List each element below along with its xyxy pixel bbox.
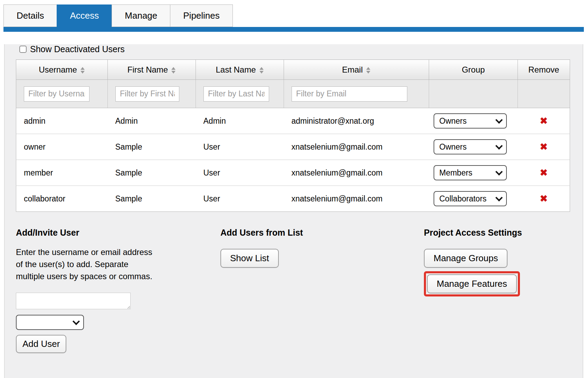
cell-email: xnatselenium@gmail.com <box>284 160 429 186</box>
cell-last-name: User <box>196 160 284 186</box>
table-row: member Sample User xnatselenium@gmail.co… <box>16 160 570 186</box>
table-row: admin Admin Admin administrator@xnat.org… <box>16 108 570 134</box>
cell-first-name: Admin <box>108 108 196 134</box>
group-select[interactable]: Owners <box>434 139 507 154</box>
sort-icon <box>259 67 264 74</box>
add-users-from-list-section: Add Users from List Show List <box>220 228 424 353</box>
cell-last-name: User <box>196 134 284 160</box>
cell-username: member <box>16 160 108 186</box>
active-tab-accent-bar <box>3 27 584 32</box>
column-label: Email <box>342 65 363 74</box>
table-filter-row <box>16 80 570 108</box>
remove-user-icon[interactable]: ✖ <box>540 168 548 178</box>
table-row: owner Sample User xnatselenium@gmail.com… <box>16 134 570 160</box>
column-header-email[interactable]: Email <box>284 60 429 80</box>
tab-access[interactable]: Access <box>57 4 112 27</box>
cell-last-name: Admin <box>196 108 284 134</box>
filter-username-input[interactable] <box>24 86 89 102</box>
show-deactivated-label[interactable]: Show Deactivated Users <box>30 44 125 54</box>
column-label: Last Name <box>216 65 256 74</box>
cell-last-name: User <box>196 186 284 212</box>
column-header-username[interactable]: Username <box>16 60 108 80</box>
group-select[interactable]: Collaborators <box>434 191 507 206</box>
add-invite-user-description: Enter the username or email address of t… <box>16 246 154 282</box>
column-label: Remove <box>528 65 559 74</box>
cell-email: administrator@xnat.org <box>284 108 429 134</box>
invite-group-select[interactable] <box>16 315 84 330</box>
add-invite-user-title: Add/Invite User <box>16 228 220 238</box>
sort-icon <box>366 67 371 74</box>
column-header-first-name[interactable]: First Name <box>108 60 196 80</box>
group-select[interactable]: Members <box>434 165 507 180</box>
manage-features-button[interactable]: Manage Features <box>427 274 517 293</box>
cell-first-name: Sample <box>108 186 196 212</box>
tab-pipelines[interactable]: Pipelines <box>170 4 233 27</box>
column-label: First Name <box>127 65 168 74</box>
column-label: Group <box>462 65 485 74</box>
table-row: collaborator Sample User xnatselenium@gm… <box>16 186 570 212</box>
group-select[interactable]: Owners <box>434 113 507 129</box>
invite-users-textarea[interactable] <box>16 293 131 309</box>
manage-groups-button[interactable]: Manage Groups <box>424 249 508 268</box>
remove-user-icon[interactable]: ✖ <box>540 142 548 152</box>
column-header-remove: Remove <box>518 60 570 80</box>
cell-first-name: Sample <box>108 160 196 186</box>
project-users-table: Username First Name Last Name Email Grou… <box>16 59 570 212</box>
access-tab-panel: Show Deactivated Users Username First Na… <box>4 44 583 378</box>
cell-email: xnatselenium@gmail.com <box>284 186 429 212</box>
cell-username: admin <box>16 108 108 134</box>
sort-icon <box>80 67 85 74</box>
add-users-from-list-title: Add Users from List <box>220 228 424 238</box>
show-list-button[interactable]: Show List <box>220 249 279 268</box>
filter-last-name-input[interactable] <box>203 86 269 102</box>
project-access-settings-section: Project Access Settings Manage Groups Ma… <box>424 228 583 353</box>
cell-email: xnatselenium@gmail.com <box>284 134 429 160</box>
cell-first-name: Sample <box>108 134 196 160</box>
tab-details[interactable]: Details <box>3 4 57 27</box>
show-deactivated-row: Show Deactivated Users <box>19 44 583 54</box>
column-header-last-name[interactable]: Last Name <box>196 60 284 80</box>
column-header-group: Group <box>429 60 518 80</box>
filter-first-name-input[interactable] <box>115 86 179 102</box>
remove-user-icon[interactable]: ✖ <box>540 193 548 204</box>
tab-manage[interactable]: Manage <box>112 4 170 27</box>
bottom-sections: Add/Invite User Enter the username or em… <box>16 228 583 353</box>
sort-icon <box>171 67 176 74</box>
remove-user-icon[interactable]: ✖ <box>540 116 548 126</box>
add-user-button[interactable]: Add User <box>16 335 66 353</box>
column-label: Username <box>39 65 77 74</box>
table-header-row: Username First Name Last Name Email Grou… <box>16 60 570 80</box>
tab-bar: Details Access Manage Pipelines <box>3 4 588 27</box>
show-deactivated-checkbox[interactable] <box>19 46 27 53</box>
add-invite-user-section: Add/Invite User Enter the username or em… <box>16 228 220 353</box>
project-access-settings-title: Project Access Settings <box>424 228 583 238</box>
manage-features-highlight-box: Manage Features <box>424 271 520 296</box>
cell-username: collaborator <box>16 186 108 212</box>
cell-username: owner <box>16 134 108 160</box>
filter-email-input[interactable] <box>292 86 407 102</box>
